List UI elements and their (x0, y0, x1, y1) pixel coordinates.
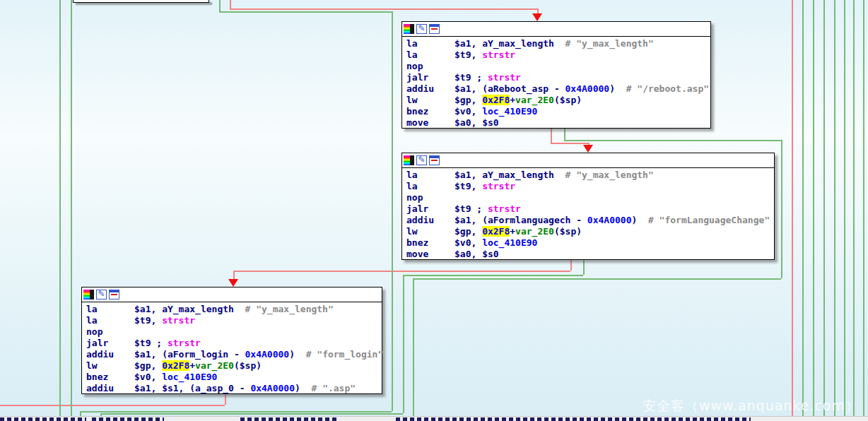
clipped-text-remnant (240, 417, 338, 421)
asm-line[interactable]: lw$gp, 0x2F8+var_2E0($sp) (406, 95, 710, 106)
asm-line[interactable]: bnez$v0, loc_410E90 (406, 106, 710, 117)
green-flow-edge-segment (813, 0, 814, 416)
asm-token: $a1, (aForm_login - (134, 349, 245, 360)
node-titlebar[interactable]: ✎ (82, 287, 382, 302)
asm-token: $a1, aY_max_length (454, 170, 554, 180)
group-node-icon[interactable] (109, 290, 119, 300)
edit-pencil-icon[interactable]: ✎ (416, 24, 427, 34)
red-flow-edge-segment (233, 271, 570, 272)
graph-node-node-form-login[interactable]: ✎la$a1, aY_max_length # "y_max_length"la… (81, 287, 382, 394)
asm-token: jalr (406, 72, 454, 83)
asm-token: var_2E0 (195, 360, 234, 371)
asm-token: strstr (488, 72, 521, 83)
graph-node-partial-top[interactable] (73, 0, 209, 3)
edge-arrowhead-icon (532, 13, 542, 21)
green-flow-edge-segment (80, 411, 392, 413)
asm-token: move (406, 249, 454, 260)
asm-line[interactable]: bnez$v0, loc_410E90 (406, 237, 774, 249)
asm-line[interactable]: lw$gp, 0x2F8+var_2E0($sp) (86, 360, 382, 372)
group-node-icon[interactable] (429, 24, 440, 34)
asm-line[interactable]: jalr$t9 ; strstr (406, 203, 774, 215)
asm-token: ($sp) (554, 226, 582, 237)
asm-token: la (406, 38, 454, 49)
asm-token: nop (406, 192, 454, 203)
asm-token: nop (406, 61, 454, 72)
clipped-text-remnant (396, 417, 751, 421)
asm-token: $t9, (454, 49, 482, 60)
green-flow-edge-segment (219, 0, 221, 11)
asm-line[interactable]: la$t9, strstr (86, 315, 382, 326)
asm-token: 0x4A0000 (587, 215, 632, 225)
red-flow-edge-segment (551, 143, 588, 144)
asm-line[interactable]: lw$gp, 0x2F8+var_2E0($sp) (406, 226, 774, 237)
asm-token: 0x4A0000 (565, 83, 610, 94)
group-node-icon[interactable] (429, 155, 440, 165)
asm-token: $t9, (454, 181, 482, 191)
asm-line[interactable]: jalr$t9 ; strstr (86, 338, 382, 349)
status-strip (0, 416, 868, 421)
asm-token: $t9 ; (454, 72, 488, 83)
green-flow-edge-segment (413, 278, 781, 280)
green-flow-edge-segment (219, 11, 392, 13)
asm-line[interactable]: la$a1, aY_max_length # "y_max_length" (406, 38, 710, 49)
asm-token: loc_410E90 (162, 372, 217, 382)
asm-line[interactable]: move$a0, $s0 (406, 249, 774, 260)
red-flow-edge-segment (570, 260, 572, 271)
asm-token: loc_410E90 (482, 237, 537, 248)
asm-token: # "y_max_length" (554, 170, 654, 180)
red-flow-edge-segment (230, 0, 231, 8)
asm-token: 0x2F8 (482, 226, 510, 237)
disassembly-listing: la$a1, aY_max_length # "y_max_length"la$… (402, 37, 710, 129)
asm-line[interactable]: addiu$a1, (aFormlanguagech - 0x4A0000) #… (406, 215, 774, 226)
color-palette-icon[interactable] (404, 24, 414, 34)
asm-token: # ".asp" (300, 383, 356, 393)
asm-token: # "y_max_length" (234, 304, 334, 314)
color-palette-icon[interactable] (404, 155, 414, 165)
asm-token: $a1, $s1, (a_asp_0 - (134, 383, 250, 393)
asm-line[interactable]: nop (406, 192, 774, 203)
node-titlebar[interactable]: ✎ (402, 153, 774, 168)
asm-token: $gp, (454, 226, 482, 237)
green-flow-edge-segment (834, 0, 835, 416)
green-flow-edge-segment (564, 140, 781, 141)
red-flow-edge-segment (0, 405, 225, 406)
asm-token: strstr (482, 181, 515, 191)
asm-line[interactable]: addiu$a1, $s1, (a_asp_0 - 0x4A0000) # ".… (86, 383, 382, 394)
asm-token: $a0, $s0 (454, 117, 499, 128)
asm-line[interactable]: move$a0, $s0 (406, 117, 710, 129)
edit-pencil-icon[interactable]: ✎ (416, 155, 427, 165)
asm-token: nop (86, 326, 134, 338)
asm-line[interactable]: nop (406, 61, 710, 72)
asm-token: $a1, aY_max_length (134, 304, 234, 314)
graph-node-node-reboot-asp[interactable]: ✎la$a1, aY_max_length # "y_max_length"la… (401, 21, 711, 129)
ida-graph-view: ✎la$a1, aY_max_length # "y_max_length"la… (0, 0, 868, 421)
asm-token: $a1, (aReboot_asp - (454, 83, 565, 94)
asm-token: 0x2F8 (482, 95, 510, 105)
asm-token: bnez (406, 237, 454, 249)
asm-line[interactable]: jalr$t9 ; strstr (406, 72, 710, 83)
asm-line[interactable]: la$a1, aY_max_length # "y_max_length" (86, 304, 382, 315)
asm-token: strstr (162, 315, 195, 326)
color-palette-icon[interactable] (83, 290, 94, 300)
node-titlebar[interactable]: ✎ (402, 22, 710, 37)
asm-token: loc_410E90 (482, 106, 537, 117)
asm-token: $t9 ; (454, 203, 488, 214)
green-flow-edge-segment (844, 0, 845, 416)
asm-token: la (86, 304, 134, 315)
green-flow-edge-segment (853, 0, 855, 416)
edit-pencil-icon[interactable]: ✎ (96, 290, 107, 300)
asm-line[interactable]: nop (86, 326, 382, 338)
asm-line[interactable]: la$a1, aY_max_length # "y_max_length" (406, 170, 774, 181)
disassembly-listing: la$a1, aY_max_length # "y_max_length"la$… (82, 302, 382, 394)
green-flow-edge-segment (802, 0, 804, 416)
green-flow-edge-segment (823, 0, 825, 416)
asm-line[interactable]: addiu$a1, (aReboot_asp - 0x4A0000) # "/r… (406, 83, 710, 95)
asm-line[interactable]: la$t9, strstr (406, 49, 710, 61)
asm-token: ($sp) (234, 360, 262, 371)
asm-token: lw (86, 360, 134, 372)
asm-line[interactable]: addiu$a1, (aForm_login - 0x4A0000) # "fo… (86, 349, 382, 360)
asm-line[interactable]: la$t9, strstr (406, 181, 774, 192)
asm-token: $a1, aY_max_length (454, 38, 554, 49)
graph-node-node-form-language-change[interactable]: ✎la$a1, aY_max_length # "y_max_length"la… (401, 153, 775, 260)
asm-line[interactable]: bnez$v0, loc_410E90 (86, 372, 382, 383)
